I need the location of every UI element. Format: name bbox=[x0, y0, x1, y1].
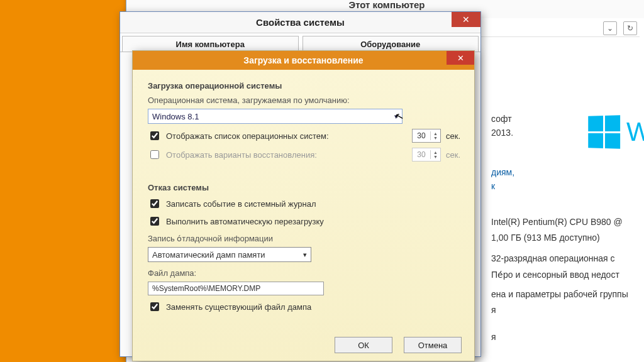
checkbox-write-log[interactable] bbox=[150, 199, 159, 208]
boot-recovery-dialog: Загрузка и восстановление ✕ Загрузка опе… bbox=[132, 50, 475, 361]
os-list-timeout-spinner[interactable]: 30 ▲▼ bbox=[412, 129, 441, 143]
chevron-down-icon: ▾ bbox=[303, 251, 307, 259]
cancel-button[interactable]: Отмена bbox=[404, 337, 462, 353]
checkbox-overwrite-dump[interactable] bbox=[150, 302, 159, 311]
sysprops-title: Свойства системы bbox=[256, 17, 345, 28]
label-write-log: Записать событие в системный журнал bbox=[166, 199, 460, 209]
checkbox-auto-reboot[interactable] bbox=[150, 217, 159, 226]
windows-logo: Wi bbox=[587, 116, 644, 148]
sysprops-close-button[interactable]: ✕ bbox=[452, 12, 480, 27]
path-dropdown[interactable]: ⌄ bbox=[603, 21, 617, 35]
checkbox-show-recovery[interactable] bbox=[150, 150, 159, 159]
tab-computer-name[interactable]: Имя компьютера bbox=[122, 36, 299, 52]
default-os-select[interactable]: Windows 8.1 ▾ ↖ bbox=[148, 109, 402, 124]
dump-file-input[interactable]: %SystemRoot%\MEMORY.DMP bbox=[148, 282, 324, 295]
section-boot-title: Загрузка операционной системы bbox=[148, 81, 460, 90]
checkbox-show-os-list[interactable] bbox=[150, 131, 159, 140]
dump-type-select[interactable]: Автоматический дамп памяти ▾ bbox=[148, 247, 311, 262]
label-auto-reboot: Выполнить автоматическую перезагрузку bbox=[166, 217, 460, 226]
refresh-icon[interactable]: ↻ bbox=[623, 21, 637, 35]
label-show-os-list: Отображать список операционных систем: bbox=[166, 131, 407, 141]
system-info: Intel(R) Pentium(R) CPU B980 @ 1,00 ГБ (… bbox=[491, 214, 628, 345]
tab-hardware[interactable]: Оборудование bbox=[303, 36, 479, 52]
explorer-window-title: Этот компьютер bbox=[126, 0, 644, 10]
section-failure-title: Отказ системы bbox=[148, 183, 460, 192]
dialog-close-button[interactable]: ✕ bbox=[447, 51, 474, 65]
label-default-os: Операционная система, загружаемая по умо… bbox=[148, 96, 460, 105]
label-debug-info: Запись о́тладочной информации bbox=[148, 234, 460, 243]
recovery-timeout-spinner[interactable]: 30 ▲▼ bbox=[412, 148, 441, 162]
chevron-down-icon: ▾ bbox=[394, 112, 398, 121]
label-overwrite-dump: Заменять существующий файл дампа bbox=[166, 302, 460, 312]
dump-type-value: Автоматический дамп памяти bbox=[152, 250, 265, 260]
label-dump-file: Файл дампа: bbox=[148, 268, 460, 278]
default-os-value: Windows 8.1 bbox=[152, 112, 199, 121]
label-show-recovery: Отображать варианты восстановления: bbox=[166, 150, 407, 160]
ok-button[interactable]: ОК bbox=[335, 337, 392, 353]
dialog-title: Загрузка и восстановление bbox=[243, 55, 363, 65]
